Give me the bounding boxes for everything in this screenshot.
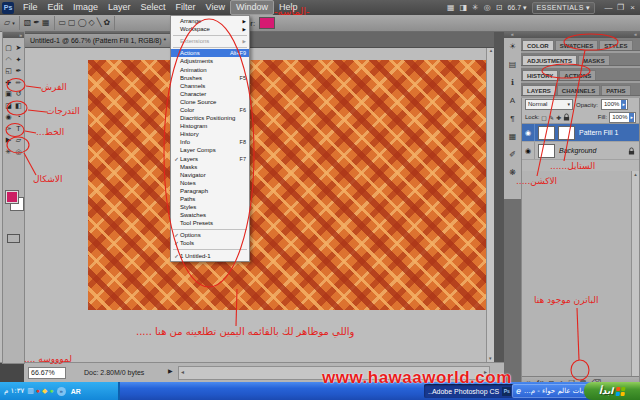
panel-tab-swatches[interactable]: SWATCHES: [555, 40, 599, 50]
tool-presets-panel-icon[interactable]: ✐: [504, 147, 521, 165]
fill-value[interactable]: 100%: [609, 112, 636, 123]
brush-tool[interactable]: ✏: [14, 77, 24, 89]
window-menu-item-adjustments[interactable]: Adjustments: [171, 57, 249, 65]
pen-tool[interactable]: ✑: [4, 123, 14, 135]
window-menu-item-workspace[interactable]: Workspace▶: [171, 25, 249, 33]
window-menu-item-options[interactable]: ✓Options: [171, 231, 249, 239]
layers-scrollbar[interactable]: ▴: [631, 171, 639, 376]
window-menu-item-masks[interactable]: Masks: [171, 163, 249, 171]
custom-shape-icon[interactable]: ✿: [104, 16, 111, 30]
language-indicator[interactable]: AR: [71, 388, 81, 395]
window-menu-item-paragraph[interactable]: Paragraph: [171, 187, 249, 195]
rectangular-marquee-tool[interactable]: ▢: [4, 42, 14, 54]
window-menu-item-brushes[interactable]: BrushesF5: [171, 74, 249, 82]
window-menu-item-arrange[interactable]: Arrange▶: [171, 17, 249, 25]
zoom-tool[interactable]: ◎: [14, 146, 24, 158]
dock-header[interactable]: «: [521, 31, 640, 38]
workspace-switcher[interactable]: ESSENTIALS ▾: [532, 2, 595, 14]
lasso-tool[interactable]: ◠: [4, 54, 14, 66]
quick-selection-tool[interactable]: ✦: [14, 54, 24, 66]
dodge-tool[interactable]: ◔: [14, 111, 24, 123]
panel-tab-channels[interactable]: CHANNELS: [557, 85, 600, 95]
polygon-shape-icon[interactable]: ◇: [89, 16, 95, 30]
window-menu-item-styles[interactable]: Styles: [171, 203, 249, 211]
panel-tab-layers[interactable]: LAYERS: [522, 85, 556, 95]
line-shape-icon[interactable]: ╲: [97, 16, 102, 30]
window-menu-item-color[interactable]: ColorF6: [171, 106, 249, 114]
window-menu-item-extensions[interactable]: Extensions▶: [171, 37, 249, 45]
info-panel-icon[interactable]: ℹ: [504, 75, 521, 93]
masks-panel-icon[interactable]: ▤: [504, 57, 521, 75]
window-menu-item-layers[interactable]: ✓LayersF7: [171, 155, 249, 163]
window-menu-item-histogram[interactable]: Histogram: [171, 122, 249, 130]
layer-comps-panel-icon[interactable]: ▦: [504, 129, 521, 147]
zoom-tool-icon[interactable]: ◎: [484, 3, 491, 12]
layer-row-background[interactable]: ◉Background: [522, 142, 639, 160]
tool-preset-picker[interactable]: ▱ ▾: [0, 16, 20, 30]
type-tool[interactable]: T: [14, 123, 24, 135]
start-button[interactable]: ابدأ: [584, 382, 640, 400]
window-menu-item-diacritics-positioning[interactable]: Diacritics Positioning: [171, 114, 249, 122]
close-button[interactable]: ×: [628, 3, 637, 12]
panel-tab-history[interactable]: HISTORY: [522, 70, 558, 80]
window-menu-item-character[interactable]: Character: [171, 90, 249, 98]
quick-mask-button[interactable]: [7, 234, 20, 243]
hand-tool-icon[interactable]: ✳: [472, 3, 479, 12]
lock-pixels-icon[interactable]: ✎: [549, 114, 554, 121]
window-menu-item-history[interactable]: History: [171, 130, 249, 138]
menubar-item-filter[interactable]: Filter: [171, 0, 201, 15]
panel-tab-styles[interactable]: STYLES: [599, 40, 632, 50]
network-tray-icon[interactable]: ▥: [27, 382, 34, 400]
window-menu-item-clone-source[interactable]: Clone Source: [171, 98, 249, 106]
crop-tool[interactable]: ◱: [4, 65, 14, 77]
menubar-item-view[interactable]: View: [201, 0, 230, 15]
status-options-arrow-icon[interactable]: ▶: [168, 367, 173, 374]
ellipse-shape-icon[interactable]: ◯: [78, 16, 87, 30]
canvas-document[interactable]: [88, 60, 494, 310]
window-menu-item-navigator[interactable]: Navigator: [171, 171, 249, 179]
panel-tab-paths[interactable]: PATHS: [601, 85, 630, 95]
shape-tool[interactable]: ▱: [14, 134, 24, 146]
window-menu-item-tool-presets[interactable]: Tool Presets: [171, 219, 249, 227]
launch-bridge-icon[interactable]: ▦: [447, 3, 455, 12]
view-extras-icon[interactable]: ◨: [460, 3, 468, 12]
window-menu-item-paths[interactable]: Paths: [171, 195, 249, 203]
screen-mode-icon[interactable]: ⊡: [496, 3, 503, 12]
document-tab[interactable]: Untitled-1 @ 66.7% (Pattern Fill 1, RGB/…: [24, 33, 182, 48]
messenger-tray-icon[interactable]: ●: [49, 382, 53, 400]
menubar-item-window[interactable]: Window: [230, 0, 274, 15]
adjustments-panel-icon[interactable]: ☀: [504, 39, 521, 57]
panel-tab-color[interactable]: COLOR: [522, 40, 554, 50]
window-menu-item-info[interactable]: InfoF8: [171, 138, 249, 146]
menubar-item-file[interactable]: File: [18, 0, 43, 15]
window-menu-item-notes[interactable]: Notes: [171, 179, 249, 187]
tray-expand-icon[interactable]: »: [57, 387, 66, 396]
panel-tab-masks[interactable]: MASKS: [578, 55, 610, 65]
zoom-level-control[interactable]: 66.7 ▾: [507, 4, 526, 12]
eraser-tool[interactable]: ◪: [4, 100, 14, 112]
antivirus-tray-icon[interactable]: ●: [36, 382, 40, 400]
fill-pixels-icon[interactable]: ▦: [42, 16, 50, 30]
lock-position-icon[interactable]: ✚: [556, 114, 561, 121]
healing-brush-tool[interactable]: ✚: [4, 77, 14, 89]
eyedropper-tool[interactable]: ✒: [14, 65, 24, 77]
rectangle-shape-icon[interactable]: ▭: [59, 16, 67, 30]
window-menu-item-animation[interactable]: Animation: [171, 65, 249, 73]
path-selection-tool[interactable]: ▶: [4, 134, 14, 146]
menubar-item-layer[interactable]: Layer: [103, 0, 136, 15]
panel-tab-adjustments[interactable]: ADJUSTMENTS: [522, 55, 577, 65]
menubar-item-image[interactable]: Image: [68, 0, 103, 15]
foreground-color-swatch[interactable]: [5, 190, 19, 204]
character-panel-icon[interactable]: A: [504, 93, 521, 111]
clone-stamp-tool[interactable]: ▣: [4, 88, 14, 100]
rounded-rectangle-shape-icon[interactable]: ▢: [68, 16, 76, 30]
paragraph-panel-icon[interactable]: ¶: [504, 111, 521, 129]
dock-collapse-handle[interactable]: «: [504, 31, 521, 38]
window-menu-item-actions[interactable]: ActionsAlt+F9: [171, 49, 249, 57]
layer-row-pattern-fill-1[interactable]: ◉Pattern Fill 1: [522, 124, 639, 142]
menubar-item-select[interactable]: Select: [136, 0, 171, 15]
scroll-left-icon[interactable]: ◂: [181, 368, 184, 375]
menubar-item-edit[interactable]: Edit: [43, 0, 69, 15]
lock-all-icon[interactable]: [563, 113, 570, 122]
hand-tool[interactable]: ✳: [4, 146, 14, 158]
